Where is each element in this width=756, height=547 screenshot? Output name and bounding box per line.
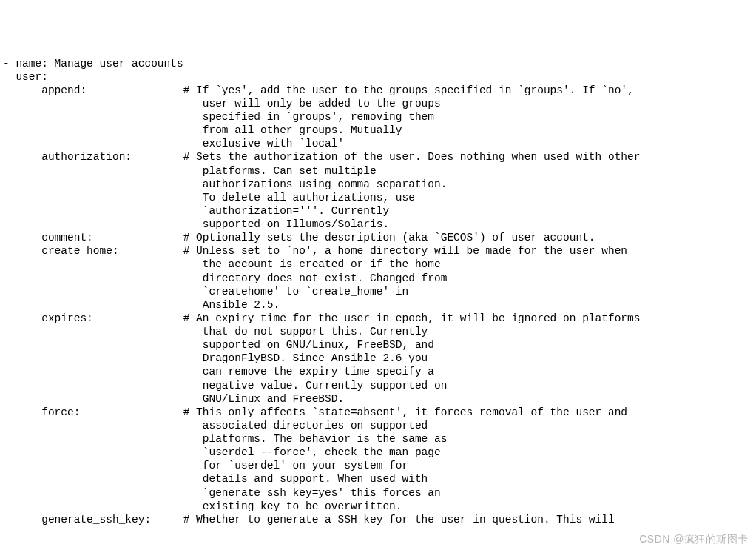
doc-line: `userdel --force', check the man page xyxy=(3,446,756,459)
doc-line: existing key to be overwritten. xyxy=(3,500,756,513)
doc-line: for `userdel' on your system for xyxy=(3,459,756,472)
doc-line: GNU/Linux and FreeBSD. xyxy=(3,392,756,406)
doc-line: expires: # An expiry time for the user i… xyxy=(3,312,756,325)
doc-line: DragonFlyBSD. Since Ansible 2.6 you xyxy=(3,352,756,365)
doc-line: the account is created or if the home xyxy=(3,258,756,271)
doc-line: platforms. The behavior is the same as xyxy=(3,432,756,446)
doc-line: platforms. Can set multiple xyxy=(3,164,756,178)
doc-line: authorization: # Sets the authorization … xyxy=(3,150,756,164)
doc-line: supported on GNU/Linux, FreeBSD, and xyxy=(3,338,756,352)
doc-line: - name: Manage user accounts xyxy=(3,57,756,70)
doc-line: append: # If `yes', add the user to the … xyxy=(3,84,756,97)
doc-line: associated directories on supported xyxy=(3,419,756,432)
doc-line: `generate_ssh_key=yes' this forces an xyxy=(3,486,756,500)
doc-line: from all other groups. Mutually xyxy=(3,124,756,137)
doc-line: user will only be added to the groups xyxy=(3,97,756,110)
doc-line: generate_ssh_key: # Whether to generate … xyxy=(3,513,756,526)
doc-line: authorizations using comma separation. xyxy=(3,178,756,191)
doc-line: `authorization='''. Currently xyxy=(3,204,756,218)
doc-line: comment: # Optionally sets the descripti… xyxy=(3,231,756,244)
doc-line: that do not support this. Currently xyxy=(3,325,756,338)
doc-line: negative value. Currently supported on xyxy=(3,379,756,392)
doc-line: user: xyxy=(3,70,756,84)
doc-line: force: # This only affects `state=absent… xyxy=(3,406,756,419)
doc-line: create_home: # Unless set to `no', a hom… xyxy=(3,244,756,258)
doc-line: can remove the expiry time specify a xyxy=(3,365,756,378)
ansible-user-module-doc: - name: Manage user accounts user: appen… xyxy=(3,57,756,526)
doc-line: supported on Illumos/Solaris. xyxy=(3,218,756,231)
doc-line: directory does not exist. Changed from xyxy=(3,272,756,285)
doc-line: exclusive with `local' xyxy=(3,137,756,150)
doc-line: To delete all authorizations, use xyxy=(3,191,756,204)
doc-line: `createhome' to `create_home' in xyxy=(3,285,756,298)
doc-line: Ansible 2.5. xyxy=(3,298,756,312)
doc-line: details and support. When used with xyxy=(3,472,756,486)
watermark-text: CSDN @疯狂的斯图卡 xyxy=(639,533,749,546)
doc-line: specified in `groups', removing them xyxy=(3,110,756,124)
